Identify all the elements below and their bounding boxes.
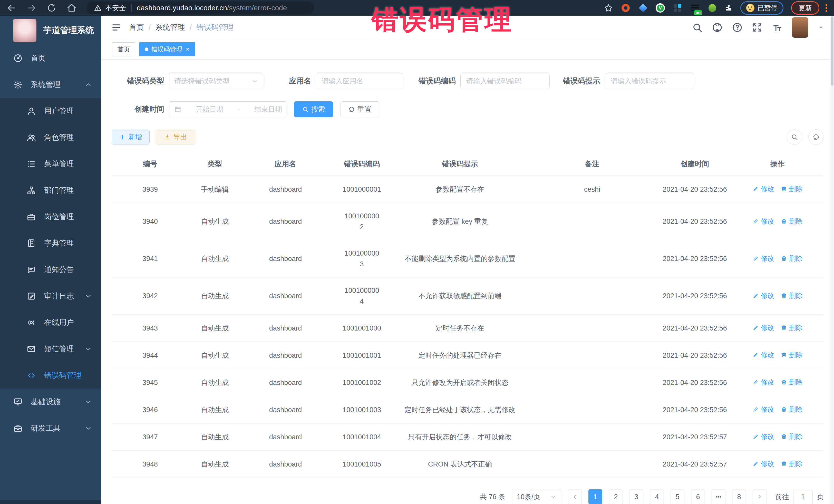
prev-page-button[interactable]	[568, 489, 582, 504]
edit-link[interactable]: 修改	[753, 377, 774, 388]
edit-link[interactable]: 修改	[753, 183, 774, 194]
sidebar-item-system-management[interactable]: 系统管理	[0, 71, 101, 98]
delete-link[interactable]: 删除	[781, 404, 803, 415]
extension-key-icon[interactable]	[707, 3, 717, 13]
sidebar-item-notice[interactable]: 通知公告	[0, 256, 101, 283]
delete-link[interactable]: 删除	[781, 183, 803, 194]
extension-grid-icon[interactable]	[673, 3, 682, 13]
edit-link[interactable]: 修改	[753, 322, 774, 333]
edit-link[interactable]: 修改	[753, 458, 774, 469]
tag-error-code[interactable]: 错误码管理×	[139, 42, 195, 56]
close-icon[interactable]: ×	[186, 46, 190, 53]
page-button-4[interactable]: 4	[650, 489, 664, 504]
sidebar-item-sms-management[interactable]: 短信管理	[0, 336, 101, 362]
browser-reload-icon[interactable]	[47, 3, 57, 13]
sidebar-item-role-management[interactable]: 角色管理	[0, 124, 101, 151]
extension-green-icon[interactable]: V	[656, 3, 665, 13]
extension-orange-icon[interactable]	[621, 3, 631, 13]
page-button-3[interactable]: 3	[630, 489, 643, 504]
type-select[interactable]: 请选择错误码类型	[169, 73, 263, 89]
breadcrumb-item[interactable]: 系统管理	[155, 22, 185, 32]
delete-link[interactable]: 删除	[781, 290, 803, 301]
cell-id: 3942	[112, 278, 189, 314]
edit-link[interactable]: 修改	[753, 404, 774, 415]
page-button-5[interactable]: 5	[671, 489, 684, 504]
logo-row[interactable]: 芋道管理系统	[0, 16, 101, 45]
app-name-input[interactable]	[316, 73, 403, 89]
hamburger-icon[interactable]	[111, 22, 122, 32]
github-icon[interactable]	[712, 22, 723, 33]
export-button[interactable]: 导出	[156, 130, 195, 145]
paused-profile-badge[interactable]: 已暂停	[740, 1, 784, 15]
error-code-input[interactable]	[460, 73, 550, 89]
delete-link[interactable]: 删除	[781, 458, 803, 469]
bookmark-star-icon[interactable]	[604, 3, 613, 13]
page-button-2[interactable]: 2	[609, 489, 623, 504]
extension-gem-icon[interactable]	[638, 3, 648, 13]
font-size-icon[interactable]	[772, 22, 783, 33]
cell-actions: 修改删除	[731, 278, 824, 314]
date-range-picker[interactable]: 开始日期 - 结束日期	[169, 101, 287, 117]
refresh-table-button[interactable]	[808, 129, 824, 145]
sidebar-item-dict-management[interactable]: 字典管理	[0, 230, 101, 256]
page-button-8[interactable]: 8	[732, 489, 746, 504]
cell-time: 2021-04-20 23:52:56	[658, 342, 731, 369]
sidebar-item-user-management[interactable]: 用户管理	[0, 98, 101, 124]
sidebar-item-post-management[interactable]: 岗位管理	[0, 203, 101, 230]
browser-home-icon[interactable]	[67, 3, 76, 13]
extensions-puzzle-icon[interactable]	[725, 4, 733, 12]
next-page-button[interactable]	[753, 489, 767, 504]
toggle-search-button[interactable]	[787, 129, 802, 145]
sidebar-item-label: 短信管理	[44, 344, 84, 354]
sidebar-item-menu-management[interactable]: 菜单管理	[0, 151, 101, 177]
address-bar[interactable]: 不安全 dashboard.yudao.iocoder.cn/system/er…	[87, 2, 314, 14]
avatar-caret-icon[interactable]	[817, 24, 824, 31]
sidebar-item-dev-tools[interactable]: 研发工具	[0, 415, 101, 441]
page-ellipsis-button[interactable]: •••	[711, 489, 725, 504]
browser-menu-icon[interactable]	[826, 4, 827, 12]
reset-button[interactable]: 重置	[340, 101, 379, 117]
browser-forward-icon[interactable]	[27, 3, 37, 13]
delete-link[interactable]: 删除	[781, 377, 803, 388]
sidebar-item-dept-management[interactable]: 部门管理	[0, 177, 101, 203]
delete-link[interactable]: 删除	[781, 253, 803, 264]
edit-link[interactable]: 修改	[753, 216, 774, 226]
search-button[interactable]: 搜索	[294, 101, 333, 117]
edit-link[interactable]: 修改	[753, 290, 774, 301]
extension-onoff-icon[interactable]: on	[690, 3, 700, 13]
sidebar-item-infrastructure[interactable]: 基础设施	[0, 389, 101, 415]
goto-page: 前往 1 页	[775, 489, 824, 504]
sidebar-item-online-users[interactable]: 在线用户	[0, 309, 101, 336]
edit-link[interactable]: 修改	[753, 350, 774, 360]
error-msg-input[interactable]	[605, 73, 694, 89]
browser-back-icon[interactable]	[7, 3, 17, 13]
help-icon[interactable]	[732, 22, 743, 33]
page-scrollbar[interactable]	[830, 16, 834, 504]
add-button[interactable]: 新增	[112, 130, 150, 145]
breadcrumb-item[interactable]: 首页	[129, 22, 144, 32]
delete-link[interactable]: 删除	[781, 216, 803, 226]
browser-update-button[interactable]: 更新	[791, 1, 819, 15]
tag-home[interactable]: 首页	[112, 42, 135, 56]
chevron-down-icon	[84, 292, 92, 300]
user-avatar[interactable]	[792, 17, 808, 38]
cell-app: dashboard	[241, 369, 330, 396]
sidebar-item-audit-log[interactable]: 审计日志	[0, 283, 101, 309]
edit-link[interactable]: 修改	[753, 253, 774, 264]
edit-link[interactable]: 修改	[753, 431, 774, 442]
fullscreen-icon[interactable]	[752, 22, 763, 33]
delete-link[interactable]: 删除	[781, 350, 803, 360]
sidebar-item-error-code[interactable]: 错误码管理	[0, 362, 101, 389]
delete-link[interactable]: 删除	[781, 322, 803, 333]
page-button-6[interactable]: 6	[691, 489, 705, 504]
page-button-1[interactable]: 1	[588, 489, 602, 504]
goto-page-input[interactable]: 1	[793, 489, 813, 504]
delete-label: 删除	[789, 350, 803, 360]
sidebar-item-label: 角色管理	[44, 132, 92, 143]
sidebar-item-home[interactable]: 首页	[0, 45, 101, 71]
page-size-select[interactable]: 10条/页	[512, 489, 561, 504]
table-column-header: 编号	[112, 153, 189, 176]
search-icon[interactable]	[692, 22, 703, 33]
scrollbar-thumb[interactable]	[831, 17, 833, 86]
delete-link[interactable]: 删除	[781, 431, 803, 442]
